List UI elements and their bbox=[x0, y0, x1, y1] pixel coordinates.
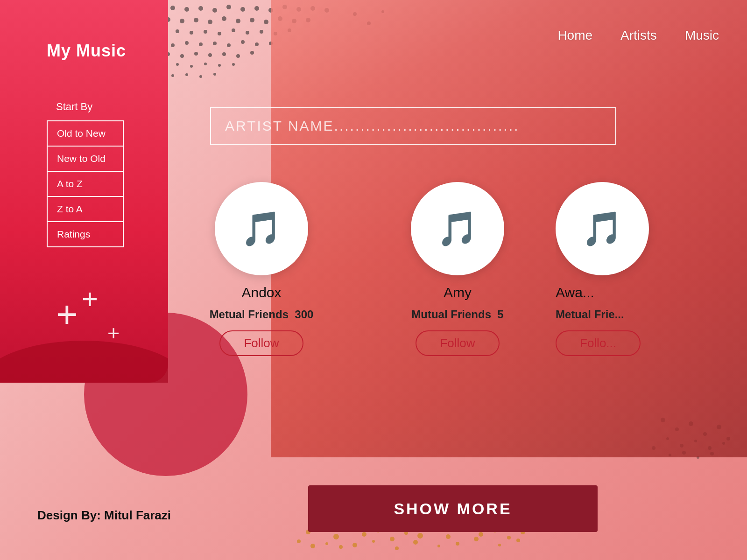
sort-old-to-new[interactable]: Old to New bbox=[48, 121, 123, 147]
sort-label: Start By bbox=[56, 101, 92, 113]
artists-list: 🎵 Andox Metual Friends 300 Follow 🎵 Amy … bbox=[163, 173, 658, 365]
design-credit: Design By: Mitul Farazi bbox=[37, 508, 171, 523]
artist-avatar-andox: 🎵 bbox=[215, 182, 308, 275]
follow-button-andox[interactable]: Follow bbox=[219, 330, 303, 356]
show-more-button[interactable]: SHOW MORE bbox=[308, 485, 598, 532]
svg-point-117 bbox=[0, 341, 168, 383]
top-navigation: Home Artists Music bbox=[557, 28, 719, 43]
plus-decoration-medium: + bbox=[82, 283, 98, 315]
artist-name-partial: Awa... bbox=[556, 285, 594, 301]
artist-name-amy: Amy bbox=[444, 285, 472, 301]
sort-menu: Old to New New to Old A to Z Z to A Rati… bbox=[47, 120, 124, 247]
app-logo: My Music bbox=[47, 41, 126, 61]
artist-avatar-partial: 🎵 bbox=[556, 182, 649, 275]
artist-name-andox: Andox bbox=[241, 285, 281, 301]
plus-decoration-small: + bbox=[107, 321, 120, 345]
mutual-friends-andox: Metual Friends 300 bbox=[210, 308, 314, 321]
nav-music[interactable]: Music bbox=[685, 28, 719, 43]
artist-avatar-amy: 🎵 bbox=[411, 182, 504, 275]
mutual-friends-partial: Metual Frie... bbox=[556, 308, 624, 321]
sort-ratings[interactable]: Ratings bbox=[48, 222, 123, 246]
music-note-icon-amy: 🎵 bbox=[437, 209, 479, 249]
search-container bbox=[210, 107, 616, 145]
sort-a-to-z[interactable]: A to Z bbox=[48, 172, 123, 197]
sidebar: My Music Start By Old to New New to Old … bbox=[0, 0, 168, 383]
artist-card-andox: 🎵 Andox Metual Friends 300 Follow bbox=[163, 173, 359, 365]
music-note-icon-partial: 🎵 bbox=[581, 209, 623, 249]
sort-new-to-old[interactable]: New to Old bbox=[48, 147, 123, 172]
music-note-icon-andox: 🎵 bbox=[240, 209, 282, 249]
follow-button-partial[interactable]: Follo... bbox=[556, 330, 641, 356]
sidebar-wave-decoration bbox=[0, 327, 168, 383]
artist-search-input[interactable] bbox=[225, 118, 601, 134]
plus-decoration-large: + bbox=[56, 293, 78, 336]
artist-card-partial: 🎵 Awa... Metual Frie... Follo... bbox=[556, 173, 658, 365]
mutual-friends-amy: Mutual Friends 5 bbox=[411, 308, 503, 321]
sort-z-to-a[interactable]: Z to A bbox=[48, 197, 123, 222]
nav-artists[interactable]: Artists bbox=[620, 28, 657, 43]
artist-card-amy: 🎵 Amy Mutual Friends 5 Follow bbox=[359, 173, 556, 365]
follow-button-amy[interactable]: Follow bbox=[416, 330, 499, 356]
nav-home[interactable]: Home bbox=[557, 28, 592, 43]
